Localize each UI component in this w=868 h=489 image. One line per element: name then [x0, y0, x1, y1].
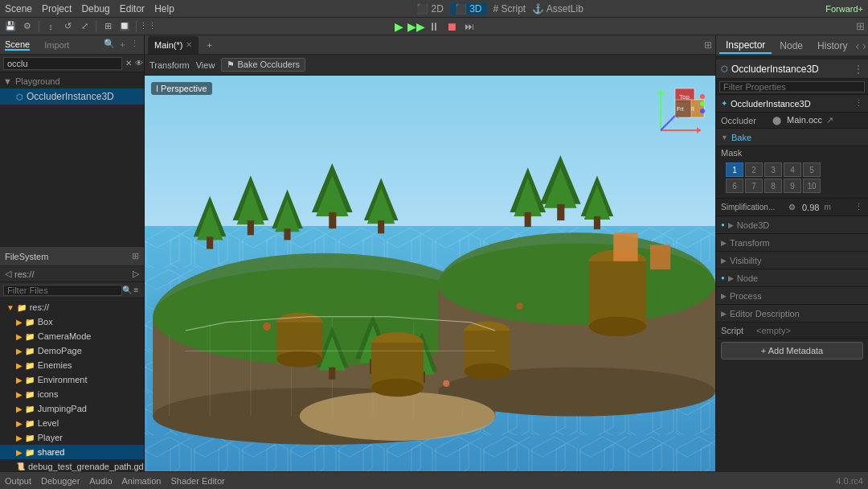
class-more-icon[interactable]: ⋮ [854, 98, 863, 109]
history-tab[interactable]: History [811, 39, 854, 53]
mask-cell-2[interactable]: 2 [745, 162, 763, 177]
fs-expand-btn[interactable]: ⊞ [132, 251, 139, 261]
fs-filter-icon[interactable]: 🔍 [122, 284, 132, 297]
fs-item[interactable]: ▶ 📁Player [0, 430, 144, 445]
audio-tab[interactable]: Audio [89, 476, 112, 486]
local-icon[interactable]: ⊞ [100, 19, 115, 34]
save-icon[interactable]: 💾 [3, 19, 18, 34]
fs-item-label: Environment [38, 375, 88, 384]
node-tab[interactable]: Node [773, 39, 809, 53]
fs-item[interactable]: ▶ 📁icons [0, 387, 144, 401]
fs-item[interactable]: ▶ 📁Environment [0, 372, 144, 387]
simplification-row: Simplification... ⚙ 0.98 m ⋮ [716, 199, 868, 216]
mask-cell-9[interactable]: 9 [784, 179, 801, 193]
mask-cell-7[interactable]: 7 [745, 179, 763, 193]
scale-icon[interactable]: ⤢ [77, 19, 92, 34]
bake-section-header[interactable]: ▼ Bake [716, 129, 868, 146]
fs-item[interactable]: ▶ 📁JumpingPad [0, 401, 144, 416]
mask-cell-5[interactable]: 5 [803, 162, 821, 177]
vp-tab-main[interactable]: Main(*) ✕ [148, 36, 199, 54]
fs-item[interactable]: ▶ 📁Level [0, 416, 144, 430]
mode-2d[interactable]: ⬛ 2D [416, 3, 444, 14]
vp-tab-new[interactable]: + [200, 36, 218, 54]
simplif-more[interactable]: ⋮ [854, 202, 863, 212]
eye-icon[interactable]: 👁 [135, 57, 143, 70]
settings-icon[interactable]: ⚙ [20, 19, 35, 34]
menu-project[interactable]: Project [42, 3, 72, 14]
visibility-section[interactable]: ▶ Visibility [716, 252, 868, 269]
fs-item[interactable]: ▼ 📁res:// [0, 300, 144, 314]
shader-editor-tab[interactable]: Shader Editor [170, 476, 224, 486]
add-metadata-btn[interactable]: + Add Metadata [721, 342, 863, 360]
editor-desc-section[interactable]: ▶ Editor Description [716, 305, 868, 323]
expand-btn[interactable]: ⊞ [856, 20, 865, 32]
fs-item[interactable]: ▶ 📁shared [0, 445, 144, 459]
fs-item-label: res:// [30, 302, 49, 312]
process-section[interactable]: ▶ Process [716, 287, 868, 305]
animation-tab[interactable]: Animation [122, 476, 162, 486]
mask-cell-3[interactable]: 3 [764, 162, 782, 177]
step-btn[interactable]: ⏭ [462, 19, 477, 34]
mask-cell-1[interactable]: 1 [726, 162, 743, 177]
search-clear-icon[interactable]: ✕ [125, 57, 132, 70]
fs-item[interactable]: ▶ 📁Enemies [0, 358, 144, 372]
transform-section[interactable]: ▶ Transform [716, 234, 868, 252]
mode-3d[interactable]: ⬛ 3D [450, 3, 487, 14]
bake-occluders-btn[interactable]: ⚑ Bake Occluders [221, 58, 305, 72]
nav-cube[interactable]: Top R Frt [653, 82, 709, 138]
fs-filter-input[interactable] [3, 285, 122, 296]
simplif-toggle[interactable]: ⚙ [788, 203, 796, 212]
filter-icon[interactable]: 🔍 [104, 39, 115, 51]
move-icon[interactable]: ↕ [43, 19, 58, 34]
group-arrow[interactable]: ▼ [3, 76, 12, 86]
vp-tab-close[interactable]: ✕ [186, 40, 192, 49]
add-icon[interactable]: ＋ [118, 39, 127, 51]
debugger-tab[interactable]: Debugger [41, 476, 80, 486]
fs-item[interactable]: ▶ 📁Box [0, 314, 144, 329]
transform-btn[interactable]: Transform [149, 60, 190, 70]
scene-tab[interactable]: Scene [5, 39, 30, 51]
inspector-more-btn[interactable]: ⋮ [854, 64, 863, 75]
mode-script[interactable]: # Script [493, 3, 526, 14]
inspector-nav: ‹ › [855, 39, 866, 52]
fs-item[interactable]: ▶ 📁CameraMode [0, 329, 144, 343]
rotate-icon[interactable]: ↺ [60, 19, 75, 34]
stop-btn[interactable]: ⏹ [444, 19, 459, 34]
fs-forward-icon[interactable]: ▷ [133, 269, 139, 279]
pause-btn[interactable]: ⏸ [427, 19, 441, 34]
occluder-link-icon[interactable]: ↗ [826, 115, 833, 125]
menu-editor[interactable]: Editor [120, 3, 145, 14]
snap-icon[interactable]: 🔲 [117, 19, 132, 34]
inspector-filter-input[interactable] [719, 81, 865, 92]
fs-layout-icon[interactable]: ≡ [132, 284, 141, 297]
nav-next[interactable]: › [862, 39, 866, 52]
fs-back-icon[interactable]: ◁ [5, 269, 11, 279]
mask-cell-6[interactable]: 6 [726, 179, 743, 193]
menu-debug[interactable]: Debug [81, 3, 109, 14]
scene-search-input[interactable]: occlu [3, 57, 122, 70]
nav-prev[interactable]: ‹ [855, 39, 859, 52]
inspector-tab[interactable]: Inspector [719, 38, 772, 54]
import-tab[interactable]: Import [44, 40, 69, 50]
mask-cell-10[interactable]: 10 [803, 179, 821, 193]
mode-assetlib[interactable]: ⚓ AssetLib [532, 3, 583, 14]
play-scene-btn[interactable]: ▶▶ [409, 19, 424, 34]
mask-cell-8[interactable]: 8 [764, 179, 782, 193]
mask-cell-4[interactable]: 4 [784, 162, 801, 177]
more-icon[interactable]: ⋮ [130, 39, 139, 51]
play-btn[interactable]: ▶ [391, 19, 406, 34]
tree-group-playground: ▼ Playground [0, 74, 144, 88]
fs-item[interactable]: 📜debug_test_grenade_path.gd [0, 459, 144, 471]
menu-help[interactable]: Help [154, 3, 174, 14]
vp-expand-icon[interactable]: ⊞ [704, 39, 712, 51]
node3d-section[interactable]: ▶ Node3D [716, 216, 868, 234]
menu-scene[interactable]: Scene [5, 3, 32, 14]
view-btn[interactable]: View [196, 60, 215, 70]
scene-tree-item-occluder[interactable]: ⬡ OccluderInstance3D [0, 88, 144, 105]
node-section[interactable]: ▶ Node [716, 269, 868, 287]
grid-icon[interactable]: ⋮⋮ [141, 19, 155, 34]
fs-tree: ▼ 📁res://▶ 📁Box▶ 📁CameraMode▶ 📁DemoPage▶… [0, 298, 144, 471]
output-tab[interactable]: Output [5, 476, 31, 486]
fs-item[interactable]: ▶ 📁DemoPage [0, 343, 144, 358]
bake-label: Bake [731, 133, 751, 142]
